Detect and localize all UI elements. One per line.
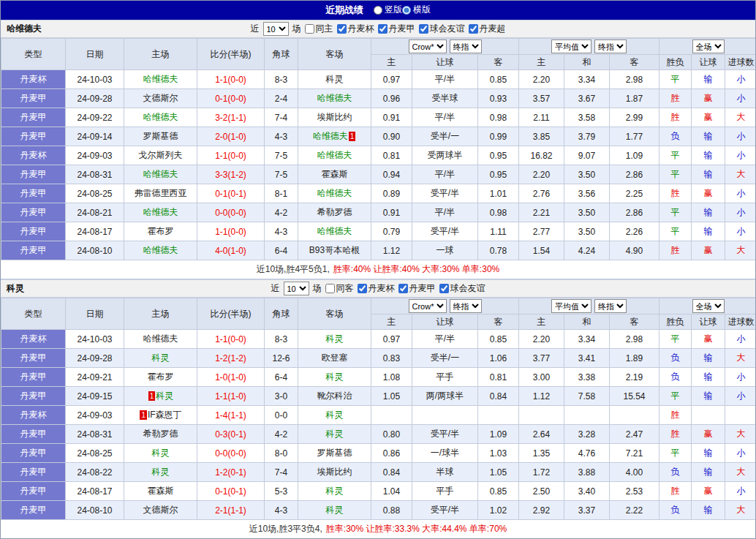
scope-select[interactable]: 全场 — [692, 299, 725, 313]
cell-avg-home: 2.11 — [519, 108, 564, 127]
cell-score: 1-1(0-0) — [197, 70, 265, 89]
league-checkbox[interactable]: 丹麦超 — [469, 23, 506, 35]
league-checkbox-input[interactable] — [378, 24, 388, 34]
cell-handicap-result: 输 — [692, 146, 725, 165]
odds-period-select[interactable]: 终指 — [450, 39, 482, 53]
cell-avg-draw: 3.67 — [564, 89, 610, 108]
cell-score: 0-0(0-0) — [197, 203, 265, 222]
cell-odds-away: 1.05 — [478, 463, 519, 482]
league-checkbox-input[interactable] — [398, 284, 408, 293]
league-checkbox-input[interactable] — [419, 24, 428, 34]
scope-select[interactable]: 全场 — [692, 39, 725, 53]
home-team-cell: 霍森斯 — [124, 482, 197, 501]
away-team-cell: 罗斯基德 — [298, 444, 371, 463]
cell-handicap-result: 输 — [692, 222, 725, 241]
away-team-cell-label: 科灵 — [326, 74, 344, 84]
home-team-cell-label: 罗斯基德 — [143, 131, 178, 141]
cell-avg-draw: 4.76 — [564, 444, 610, 463]
match-count-select[interactable]: 10 — [263, 22, 289, 36]
cell-odds-handicap: 平手 — [412, 368, 478, 387]
cell-avg-away: 1.77 — [610, 127, 659, 146]
cell-avg-away: 15.54 — [610, 387, 659, 406]
cell-avg-away: 2.99 — [610, 108, 659, 127]
cell-odds-home: 0.80 — [371, 425, 412, 444]
odds-select-group: Crow*终指 — [371, 298, 519, 314]
home-team-cell-label: 戈尔斯列夫 — [139, 150, 183, 160]
cell-goals: 小 — [725, 444, 756, 463]
view-mode-radio[interactable] — [374, 6, 382, 15]
section-header: 科灵 近10场同客丹麦杯丹麦甲球会友谊 — [1, 279, 755, 298]
table-row: 丹麦甲24-08-17霍森斯0-1(0-1)5-3科灵1.04平手0.852.5… — [1, 482, 756, 501]
cell-odds-away: 0.81 — [478, 368, 519, 387]
cell-avg-home: 16.82 — [519, 146, 564, 165]
away-team-cell-label: 哈维德夫 — [313, 131, 348, 141]
th-date: 日期 — [66, 39, 124, 70]
same-venue-checkbox-input[interactable] — [325, 284, 335, 293]
cell-goals: 小 — [725, 146, 756, 165]
league-checkbox[interactable]: 球会友谊 — [419, 23, 465, 35]
league-checkbox-input[interactable] — [469, 24, 478, 34]
view-mode-option[interactable]: 竖版 — [374, 4, 402, 16]
away-team-cell: B93哥本哈根 — [298, 241, 371, 260]
view-mode-radio[interactable] — [402, 6, 411, 15]
cell-avg-away: 2.53 — [610, 482, 659, 501]
cell-goals — [725, 406, 756, 425]
cell-avg-draw: 3.88 — [564, 463, 610, 482]
cell-result: 负 — [659, 368, 692, 387]
league-checkbox[interactable]: 丹麦甲 — [378, 23, 415, 35]
same-venue-checkbox-input[interactable] — [305, 24, 314, 34]
cell-league: 丹麦甲 — [1, 203, 66, 222]
cell-odds-home: 1.08 — [371, 368, 412, 387]
odds-company-select[interactable]: Crow* — [409, 299, 447, 313]
match-count-select[interactable]: 10 — [284, 282, 309, 295]
league-checkbox-input[interactable] — [337, 24, 347, 34]
sub-header-cell: 进球数 — [725, 314, 756, 330]
away-team-cell-label: 科灵 — [326, 429, 344, 439]
home-team-cell: 罗斯基德 — [124, 127, 197, 146]
cell-date: 24-09-14 — [66, 127, 124, 146]
cell-date: 24-09-21 — [66, 368, 124, 387]
league-checkbox[interactable]: 丹麦甲 — [398, 282, 436, 295]
red-card-badge: 1 — [140, 410, 147, 420]
home-team-cell: 1科灵 — [124, 387, 197, 406]
summary-rates: 胜率:30% 让胜率:33.3% 大率:44.4% 单率:70% — [326, 523, 507, 535]
cell-avg-home — [519, 406, 564, 425]
cell-avg-away: 2.98 — [610, 330, 659, 349]
league-checkbox-input[interactable] — [439, 284, 449, 293]
league-checkbox[interactable]: 球会友谊 — [439, 282, 485, 295]
cell-avg-home: 3.77 — [519, 349, 564, 368]
avg-source-select[interactable]: 平均值 — [551, 39, 591, 53]
view-mode-option[interactable]: 横版 — [402, 4, 431, 16]
cell-league: 丹麦甲 — [1, 444, 66, 463]
cell-corner: 4-2 — [265, 203, 298, 222]
full-select-group: 全场 — [659, 298, 756, 314]
league-checkbox[interactable]: 丹麦杯 — [337, 23, 374, 35]
avg-period-select[interactable]: 终指 — [594, 39, 627, 53]
cell-avg-away: 2.86 — [610, 165, 659, 184]
league-checkbox[interactable]: 丹麦杯 — [358, 282, 395, 295]
same-venue-checkbox[interactable]: 同客 — [325, 282, 354, 295]
cell-odds-home: 0.86 — [371, 444, 412, 463]
away-team-cell: 科灵 — [298, 425, 371, 444]
cell-odds-handicap: 半球 — [412, 463, 478, 482]
cell-result: 胜 — [659, 241, 692, 260]
th-date: 日期 — [66, 298, 124, 330]
cell-league: 丹麦甲 — [1, 89, 66, 108]
cell-avg-draw: 3.34 — [564, 330, 610, 349]
same-venue-checkbox[interactable]: 同主 — [305, 23, 333, 35]
odds-period-select[interactable]: 终指 — [450, 299, 482, 313]
cell-league: 丹麦甲 — [1, 127, 66, 146]
away-team-cell-label: 埃斯比约 — [317, 112, 352, 122]
avg-period-select[interactable]: 终指 — [594, 299, 627, 313]
home-team-cell: 科灵 — [124, 463, 197, 482]
league-checkbox-input[interactable] — [358, 284, 367, 293]
odds-company-select[interactable]: Crow* — [409, 39, 447, 53]
avg-source-select[interactable]: 平均值 — [551, 299, 591, 313]
cell-odds-handicap: 一球 — [412, 241, 478, 260]
cell-avg-draw — [564, 406, 610, 425]
away-team-cell-label: 哈维德夫 — [317, 150, 352, 160]
cell-avg-home: 1.12 — [519, 387, 564, 406]
cell-handicap-result: 输 — [692, 444, 725, 463]
cell-odds-away: 0.98 — [478, 203, 519, 222]
cell-handicap-result: 赢 — [692, 89, 725, 108]
